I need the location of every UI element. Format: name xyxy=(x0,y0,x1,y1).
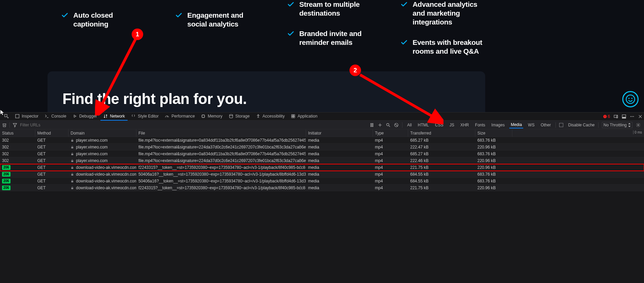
checkmark-icon xyxy=(400,1,408,8)
status-badge: 206 xyxy=(2,179,11,183)
svg-rect-17 xyxy=(605,116,605,117)
checkmark-icon xyxy=(400,39,408,46)
disable-cache-checkbox[interactable] xyxy=(559,123,563,127)
domain-text: player.vimeo.com xyxy=(76,145,108,149)
script-icon xyxy=(300,158,304,162)
initiator-text: media xyxy=(308,179,319,183)
type-text: mp4 xyxy=(375,185,383,190)
col-header-domain[interactable]: Domain xyxy=(69,129,136,137)
col-header-timeline[interactable] xyxy=(512,129,644,137)
svg-point-25 xyxy=(633,116,634,117)
method-text: GET xyxy=(37,165,46,170)
filter-chip-other[interactable]: Other xyxy=(539,122,552,128)
script-icon xyxy=(300,152,304,156)
tab-label: Accessibility xyxy=(263,114,285,119)
smiley-icon xyxy=(625,94,636,104)
filter-chip-js[interactable]: JS xyxy=(448,122,456,128)
transferred-text: 222.46 kB xyxy=(410,158,429,163)
filter-chip-media[interactable]: Media xyxy=(509,122,523,128)
dock-button[interactable] xyxy=(622,114,626,119)
size-text: 683.76 kB xyxy=(477,172,496,177)
domain-text: download-video-ak.vimeocdn.com xyxy=(76,185,136,190)
overflow-menu-button[interactable] xyxy=(630,114,634,119)
clear-button[interactable] xyxy=(2,123,7,127)
size-text: 220.96 kB xyxy=(477,145,496,149)
feature-item: Stream to multiple destinations xyxy=(287,0,375,18)
feature-item: Engagement and social analytics xyxy=(175,11,263,29)
type-text: mp4 xyxy=(375,138,383,143)
tab-label: Performance xyxy=(171,114,195,119)
tab-inspector[interactable]: Inspector xyxy=(12,112,41,121)
method-text: GET xyxy=(37,138,46,143)
tab-label: Memory xyxy=(208,114,222,119)
col-header-size[interactable]: Size xyxy=(475,129,512,137)
table-row[interactable]: 302GETplayer.vimeo.comfile.mp4?loc=exter… xyxy=(0,144,644,151)
filter-url-input[interactable] xyxy=(20,122,81,128)
script-icon xyxy=(300,165,304,169)
initiator-text: media xyxy=(308,165,319,170)
file-text: 50406a16?__token__=st=1735920380~exp=173… xyxy=(138,179,306,183)
type-text: mp4 xyxy=(375,145,383,149)
lock-icon xyxy=(71,145,74,149)
initiator-text: media xyxy=(308,158,319,163)
svg-rect-43 xyxy=(71,160,73,162)
table-row[interactable]: 302GETplayer.vimeo.comfile.mp4?loc=exter… xyxy=(0,151,644,157)
col-header-file[interactable]: File xyxy=(136,129,306,137)
checkmark-icon xyxy=(287,1,295,8)
filter-chip-xhr[interactable]: XHR xyxy=(459,122,470,128)
table-row[interactable]: 206GETdownload-video-ak.vimeocdn.comf224… xyxy=(0,164,644,171)
transferred-text: 684.55 kB xyxy=(410,172,429,177)
tab-label: Inspector xyxy=(22,114,38,119)
file-text: file.mp4?loc=external&signature=224da37d… xyxy=(138,158,306,163)
network-toolbar: All HTML CSS JS XHR Fonts Images Media W… xyxy=(0,121,644,129)
filter-chip-images[interactable]: Images xyxy=(490,122,506,128)
table-row[interactable]: 302GETplayer.vimeo.comfile.mp4?loc=exter… xyxy=(0,137,644,144)
svg-rect-41 xyxy=(71,147,73,148)
close-devtools-button[interactable] xyxy=(638,114,643,119)
responsive-mode-button[interactable] xyxy=(613,114,618,119)
size-text: 220.96 kB xyxy=(477,185,496,190)
annotation-badge-1: 1 xyxy=(132,29,143,40)
annotation-arrow-2 xyxy=(355,70,443,124)
feature-column-3: Stream to multiple destinations Branded … xyxy=(287,0,375,58)
feature-text: Advanced analytics and marketing integra… xyxy=(413,0,489,26)
table-row[interactable]: 302GETplayer.vimeo.comfile.mp4?loc=exter… xyxy=(0,157,644,164)
feature-column-2: Engagement and social analytics xyxy=(175,11,263,40)
table-row[interactable]: 206GETdownload-video-ak.vimeocdn.com5040… xyxy=(0,171,644,178)
filter-chip-fonts[interactable]: Fonts xyxy=(474,122,487,128)
col-header-transferred[interactable]: Transferred xyxy=(408,129,475,137)
feature-text: Events with breakout rooms and live Q&A xyxy=(413,38,489,56)
tab-memory[interactable]: Memory xyxy=(198,112,225,121)
svg-marker-37 xyxy=(628,123,631,124)
file-text: file.mp4?loc=external&signature=224da37d… xyxy=(138,145,306,149)
transferred-text: 685.27 kB xyxy=(410,152,429,156)
settings-gear-icon[interactable] xyxy=(636,123,641,127)
tab-accessibility[interactable]: Accessibility xyxy=(253,112,287,121)
checkmark-icon xyxy=(61,12,69,19)
feature-column-4: Advanced analytics and marketing integra… xyxy=(400,0,489,67)
tab-application[interactable]: Application xyxy=(288,112,320,121)
tab-performance[interactable]: Performance xyxy=(162,112,197,121)
throttling-select[interactable]: No Throttling xyxy=(602,122,632,128)
svg-point-11 xyxy=(258,114,258,115)
table-row[interactable]: 206GETdownload-video-ak.vimeocdn.com5040… xyxy=(0,178,644,184)
error-count-badge[interactable]: 6 xyxy=(603,114,610,119)
script-icon xyxy=(300,145,304,149)
chat-bubble-button[interactable] xyxy=(622,91,639,107)
domain-text: player.vimeo.com xyxy=(76,158,108,163)
col-header-method[interactable]: Method xyxy=(35,129,69,137)
table-row[interactable]: 206GETdownload-video-ak.vimeocdn.comf224… xyxy=(0,184,644,191)
col-header-initiator[interactable]: Initiator xyxy=(306,129,373,137)
tab-label: Application xyxy=(298,114,318,119)
tab-storage[interactable]: Storage xyxy=(226,112,252,121)
col-header-type[interactable]: Type xyxy=(373,129,408,137)
col-header-status[interactable]: Status xyxy=(0,129,35,137)
filter-chip-ws[interactable]: WS xyxy=(527,122,536,128)
svg-rect-9 xyxy=(202,115,205,117)
status-text: 302 xyxy=(2,158,9,163)
method-text: GET xyxy=(37,145,46,149)
type-text: mp4 xyxy=(375,165,383,170)
lock-icon xyxy=(71,166,74,169)
tab-console[interactable]: Console xyxy=(42,112,69,121)
file-text: f2243315?__token__=st=1735920380~exp=173… xyxy=(138,185,306,190)
